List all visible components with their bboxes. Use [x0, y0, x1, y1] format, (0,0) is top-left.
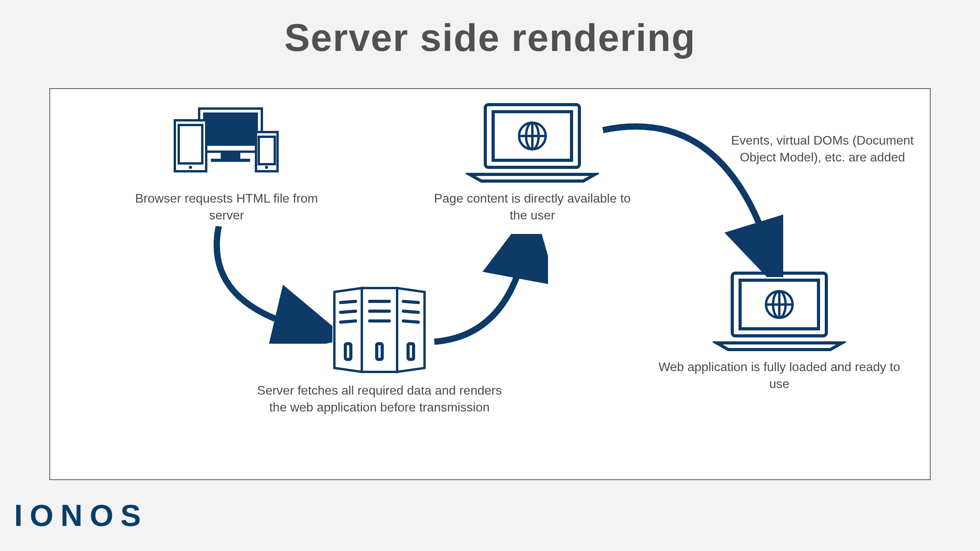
- svg-line-18: [403, 311, 418, 312]
- laptop-ready-icon: [713, 269, 846, 352]
- diagram-panel: Browser requests HTML file from server: [49, 88, 931, 480]
- node-browser-request: Browser requests HTML file from server: [129, 105, 325, 224]
- svg-rect-21: [377, 344, 382, 359]
- svg-rect-1: [203, 112, 258, 146]
- svg-line-17: [403, 301, 418, 303]
- diagram-title: Server side rendering: [0, 16, 980, 60]
- caption-browser-request: Browser requests HTML file from server: [129, 190, 325, 224]
- caption-app-ready: Web application is fully loaded and read…: [658, 359, 901, 392]
- brand-logo: IONOS: [14, 498, 148, 533]
- devices-icon: [168, 105, 285, 183]
- svg-line-12: [341, 311, 356, 312]
- svg-rect-20: [345, 344, 351, 359]
- label-events-added: Events, virtual DOMs (Document Object Mo…: [728, 132, 916, 166]
- caption-server: Server fetches all required data and ren…: [254, 382, 505, 416]
- laptop-globe-icon: [466, 101, 599, 183]
- svg-line-11: [341, 301, 356, 303]
- svg-rect-2: [221, 152, 240, 159]
- svg-line-19: [403, 321, 418, 322]
- node-app-ready: Web application is fully loaded and read…: [658, 269, 901, 392]
- svg-rect-22: [408, 344, 414, 359]
- svg-rect-3: [211, 159, 250, 162]
- svg-line-13: [341, 321, 356, 322]
- arrow-2: [430, 234, 548, 349]
- server-icon: [327, 285, 432, 375]
- caption-events-added: Events, virtual DOMs (Document Object Mo…: [728, 132, 916, 166]
- svg-point-9: [265, 166, 268, 169]
- svg-point-6: [189, 166, 192, 169]
